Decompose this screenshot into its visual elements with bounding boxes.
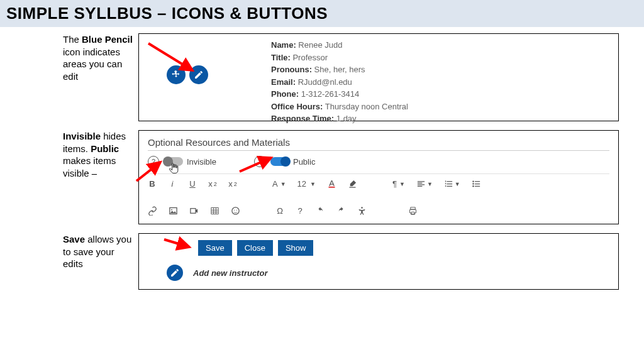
svg-point-4 bbox=[472, 185, 474, 187]
svg-point-2 bbox=[472, 181, 474, 183]
print-button[interactable] bbox=[408, 206, 418, 216]
section3-description: Save allows you to save your edits bbox=[63, 233, 138, 290]
ordered-list-button[interactable]: ▼ bbox=[444, 179, 460, 189]
video-button[interactable] bbox=[189, 206, 199, 216]
arrow-annotation bbox=[136, 159, 168, 187]
save-button[interactable]: Save bbox=[198, 240, 232, 256]
arrow-annotation bbox=[240, 156, 277, 177]
pencil-icon[interactable] bbox=[167, 265, 183, 281]
highlight-button[interactable] bbox=[348, 179, 357, 189]
panel-heading: Optional Resources and Materials bbox=[148, 137, 609, 151]
font-family-button[interactable]: A▼ bbox=[272, 179, 286, 189]
link-button[interactable] bbox=[148, 206, 157, 216]
paragraph-button[interactable]: ¶▼ bbox=[392, 179, 405, 189]
help-button[interactable]: ? bbox=[296, 206, 304, 216]
svg-rect-7 bbox=[191, 209, 196, 214]
font-size-button[interactable]: 12▼ bbox=[297, 179, 316, 189]
svg-line-13 bbox=[136, 162, 160, 181]
editor-toolbar: B i U x2 x2 A▼ 12▼ ¶▼ ▼ ▼ bbox=[148, 173, 609, 216]
show-button[interactable]: Show bbox=[278, 240, 314, 256]
image-button[interactable] bbox=[169, 206, 178, 216]
svg-point-11 bbox=[236, 210, 237, 211]
svg-point-10 bbox=[234, 210, 235, 211]
italic-button[interactable]: i bbox=[168, 179, 177, 189]
svg-point-6 bbox=[171, 209, 172, 211]
table-button[interactable] bbox=[210, 206, 219, 216]
svg-point-3 bbox=[472, 183, 474, 185]
section1-description: The Blue Pencil icon indicates areas you… bbox=[63, 33, 138, 121]
special-char-button[interactable]: Ω bbox=[275, 206, 284, 216]
cursor-icon bbox=[168, 162, 180, 177]
arrow-annotation bbox=[145, 40, 202, 80]
invisible-label: Invisible bbox=[187, 157, 216, 167]
emoji-button[interactable] bbox=[231, 206, 240, 216]
accessibility-button[interactable] bbox=[357, 206, 367, 216]
svg-point-9 bbox=[232, 207, 239, 214]
svg-line-14 bbox=[240, 158, 271, 172]
page-title: SIMPLE SYLLBUS – ICONS & BUTTONS bbox=[0, 0, 644, 27]
section2-description: Invisible hides items. Public makes item… bbox=[63, 130, 138, 224]
svg-rect-8 bbox=[211, 208, 218, 214]
public-label: Public bbox=[293, 157, 315, 167]
arrow-annotation bbox=[164, 238, 196, 256]
svg-line-15 bbox=[164, 239, 189, 247]
superscript-button[interactable]: x2 bbox=[228, 179, 237, 189]
svg-line-0 bbox=[148, 43, 192, 70]
align-button[interactable]: ▼ bbox=[416, 179, 433, 189]
svg-point-12 bbox=[361, 207, 363, 209]
font-color-button[interactable] bbox=[327, 179, 336, 189]
subscript-button[interactable]: x2 bbox=[208, 179, 217, 189]
add-instructor-label: Add new instructor bbox=[193, 268, 267, 278]
unordered-list-button[interactable] bbox=[472, 179, 481, 189]
underline-button[interactable]: U bbox=[188, 179, 197, 189]
redo-button[interactable] bbox=[336, 206, 346, 216]
close-button[interactable]: Close bbox=[237, 240, 273, 256]
svg-rect-1 bbox=[328, 187, 335, 188]
undo-button[interactable] bbox=[316, 206, 325, 216]
